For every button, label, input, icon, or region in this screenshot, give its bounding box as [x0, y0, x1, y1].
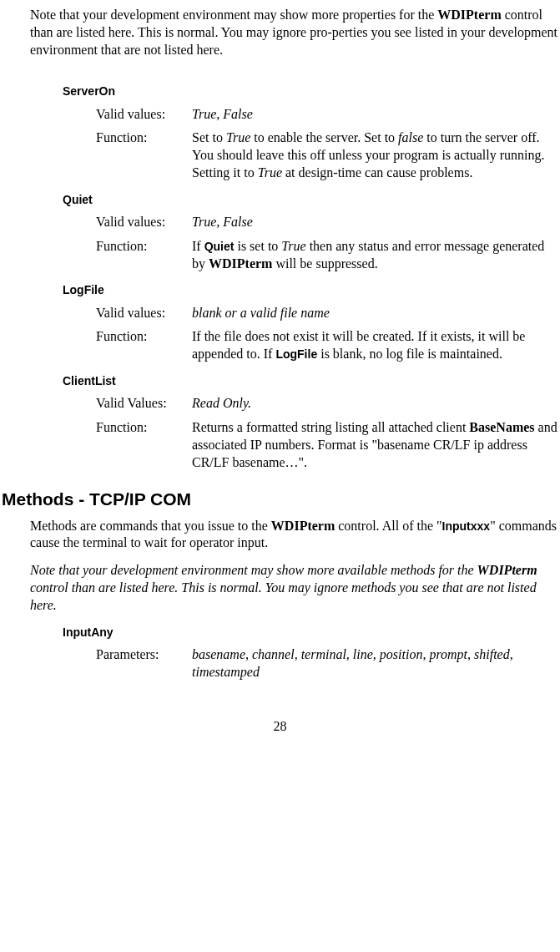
text: Methods are commands that you issue to t…	[30, 519, 271, 533]
text-italic: false	[398, 130, 423, 144]
property-name-serveron: ServerOn	[63, 84, 560, 99]
function-label: Function:	[96, 328, 192, 363]
text-bold: Inputxxx	[442, 519, 491, 533]
text: control. All of the "	[335, 519, 441, 533]
clientlist-valid-row: Valid Values: Read Only.	[96, 395, 560, 413]
serveron-valid-value: True, False	[192, 106, 560, 124]
valid-values-label: Valid values:	[96, 305, 192, 322]
text: control than are listed here. This is no…	[30, 580, 537, 612]
text-italic: True	[226, 130, 250, 144]
inputany-parameters-row: Parameters: basename, channel, terminal,…	[96, 646, 560, 681]
function-label: Function:	[96, 419, 192, 471]
text: Note that your development environment m…	[30, 563, 477, 577]
valid-values-label: Valid Values:	[96, 395, 192, 413]
quiet-valid-row: Valid values: True, False	[96, 214, 560, 231]
text: will be suppressed.	[272, 256, 377, 271]
function-label: Function:	[96, 129, 192, 181]
logfile-function-value: If the file does not exist it will be cr…	[192, 328, 560, 363]
function-label: Function:	[96, 238, 192, 273]
text: to enable the server. Set to	[250, 130, 398, 144]
methods-intro-p1: Methods are commands that you issue to t…	[30, 518, 557, 553]
properties-list: ServerOn Valid values: True, False Funct…	[0, 84, 560, 471]
text: at design-time can cause problems.	[282, 165, 472, 180]
text: is set to	[234, 239, 281, 253]
intro-note-text-1: Note that your development environment m…	[30, 8, 437, 22]
property-logfile: LogFile Valid values: blank or a valid f…	[0, 282, 560, 363]
parameters-label: Parameters:	[96, 646, 192, 681]
quiet-valid-value: True, False	[192, 214, 560, 231]
inputany-parameters-value: basename, channel, terminal, line, posit…	[192, 646, 560, 681]
serveron-valid-row: Valid values: True, False	[96, 106, 560, 124]
text-bold: BaseNames	[469, 420, 534, 434]
property-clientlist: ClientList Valid Values: Read Only. Func…	[0, 373, 560, 471]
clientlist-valid-value: Read Only.	[192, 395, 560, 413]
property-name-clientlist: ClientList	[63, 373, 560, 388]
intro-note: Note that your development environment m…	[30, 7, 558, 58]
logfile-valid-row: Valid values: blank or a valid file name	[96, 305, 560, 322]
logfile-function-row: Function: If the file does not exist it …	[96, 328, 560, 363]
text: Set to	[192, 130, 226, 144]
text-bold: WDIPterm	[271, 519, 335, 533]
property-quiet: Quiet Valid values: True, False Function…	[0, 192, 560, 273]
serveron-function-value: Set to True to enable the server. Set to…	[192, 129, 560, 181]
property-name-logfile: LogFile	[63, 282, 560, 297]
serveron-function-row: Function: Set to True to enable the serv…	[96, 129, 560, 181]
clientlist-function-value: Returns a formatted string listing all a…	[192, 419, 560, 471]
text-bold: Quiet	[204, 240, 235, 253]
methods-note: Note that your development environment m…	[30, 562, 557, 614]
text: If	[192, 239, 204, 253]
text-italic: True	[258, 165, 282, 180]
intro-note-bold-1: WDIPterm	[437, 8, 501, 22]
page-number: 28	[0, 718, 560, 736]
valid-values-label: Valid values:	[96, 106, 192, 124]
text-bold: WDIPterm	[209, 256, 272, 271]
quiet-function-row: Function: If Quiet is set to True then a…	[96, 238, 560, 273]
text: Returns a formatted string listing all a…	[192, 420, 469, 434]
methods-intro-block: Methods are commands that you issue to t…	[30, 518, 557, 615]
valid-values-label: Valid values:	[96, 214, 192, 231]
property-name-quiet: Quiet	[63, 192, 560, 207]
clientlist-function-row: Function: Returns a formatted string lis…	[96, 419, 560, 471]
text: is blank, no log file is maintained.	[317, 347, 502, 361]
quiet-function-value: If Quiet is set to True then any status …	[192, 238, 560, 273]
method-name-inputany: InputAny	[63, 625, 560, 640]
text-bold: LogFile	[275, 347, 317, 361]
logfile-valid-value: blank or a valid file name	[192, 305, 560, 322]
property-serveron: ServerOn Valid values: True, False Funct…	[0, 84, 560, 181]
text-bold-italic: WDIPterm	[477, 563, 537, 577]
section-heading-methods: Methods - TCP/IP COM	[2, 488, 560, 510]
text-italic: True	[281, 239, 305, 253]
method-inputany: InputAny Parameters: basename, channel, …	[0, 625, 560, 681]
